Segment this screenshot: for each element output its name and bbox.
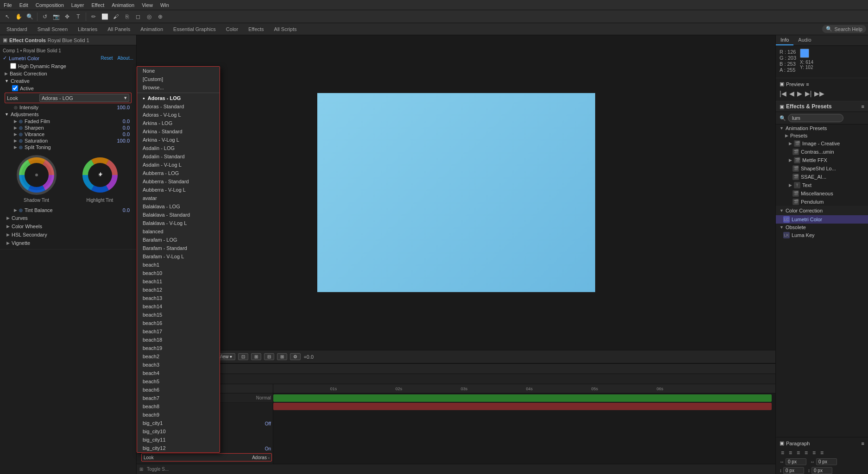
tab-libraries[interactable]: Libraries <box>73 25 102 33</box>
dropdown-adoras-std[interactable]: Adoras - Standard <box>137 102 220 111</box>
indent-right-input[interactable] <box>816 458 837 465</box>
about-btn[interactable]: About... <box>118 56 133 61</box>
tab-effects[interactable]: Effects <box>244 25 268 33</box>
settings-btn[interactable]: ⚙ <box>290 353 301 360</box>
dropdown-beach17[interactable]: beach17 <box>137 327 220 336</box>
dropdown-big-city12[interactable]: big_city12 <box>137 444 220 452</box>
preview-menu[interactable]: ≡ <box>806 81 809 87</box>
sharpen-value[interactable]: 0.0 <box>123 125 130 131</box>
ep-menu[interactable]: ≡ <box>862 104 864 109</box>
tab-animation[interactable]: Animation <box>136 25 168 33</box>
reset-btn[interactable]: Reset <box>101 56 113 61</box>
dropdown-arkina-vlog[interactable]: Arkina - V-Log L <box>137 136 220 144</box>
color-correction-item[interactable]: ▼ Color Correction <box>780 207 864 214</box>
eraser-tool[interactable]: ◻ <box>133 12 143 21</box>
menu-animation[interactable]: Animation <box>112 2 134 8</box>
channel-btn[interactable]: ⊞ <box>277 353 287 360</box>
intensity-value[interactable]: 100.0 <box>117 105 130 110</box>
hdr-checkbox[interactable] <box>10 63 16 69</box>
tab-small-screen[interactable]: Small Screen <box>33 25 72 33</box>
spacing-before-input[interactable] <box>783 467 804 474</box>
tab-all-panels[interactable]: All Panels <box>103 25 135 33</box>
camera-tool[interactable]: 📷 <box>51 12 61 21</box>
paint-tool[interactable]: 🖌 <box>111 12 120 21</box>
dropdown-none[interactable]: None <box>137 67 220 75</box>
safe-zones-btn[interactable]: ⊞ <box>251 353 261 360</box>
tint-balance-value[interactable]: 0.0 <box>123 207 130 213</box>
dropdown-beach15[interactable]: beach15 <box>137 311 220 319</box>
clone-tool[interactable]: ⎘ <box>122 12 132 21</box>
text-tool[interactable]: T <box>74 12 83 21</box>
dropdown-beach4[interactable]: beach4 <box>137 369 220 377</box>
effect-checkbox[interactable]: ✓ <box>3 55 7 61</box>
pendulum-item[interactable]: 🎬 Pendulum <box>776 198 868 206</box>
dropdown-balaklava-std[interactable]: Balaklava - Standard <box>137 211 220 219</box>
dropdown-browse[interactable]: Browse... <box>137 83 220 92</box>
dropdown-aubberra-vlog[interactable]: Aubberra - V-Log L <box>137 186 220 194</box>
dropdown-avatar[interactable]: avatar <box>137 194 220 202</box>
dropdown-beach16[interactable]: beach16 <box>137 319 220 327</box>
look-dropdown[interactable]: Adoras - LOG ▾ <box>39 94 129 102</box>
dropdown-barafam-log[interactable]: Barafam - LOG <box>137 236 220 244</box>
cw-header[interactable]: ▶ Color Wheels <box>6 223 130 230</box>
tab-all-scripts[interactable]: All Scripts <box>270 25 302 33</box>
shape-item[interactable]: 🎬 ShapeShd Lo... <box>776 164 868 173</box>
zoom-fit-btn[interactable]: ⊡ <box>238 353 248 360</box>
ep-search-input[interactable] <box>788 114 843 122</box>
hsl-header[interactable]: ▶ HSL Secondary <box>6 231 130 238</box>
menu-composition[interactable]: Composition <box>36 2 64 8</box>
vibrance-value[interactable]: 0.0 <box>123 131 130 137</box>
image-creative-item[interactable]: ▶ 🎬 Image - Creative <box>776 139 868 148</box>
last-frame-btn[interactable]: ▶▶ <box>814 90 824 97</box>
shadow-wheel-graphic[interactable] <box>16 154 57 196</box>
dropdown-beach1[interactable]: beach1 <box>137 261 220 269</box>
luma-key-item[interactable]: LK Luma Key <box>776 231 868 239</box>
align-right-btn[interactable]: ≡ <box>795 449 801 456</box>
search-help-box[interactable]: 🔍 Search Help <box>822 25 866 33</box>
zoom-tool[interactable]: 🔍 <box>25 12 34 21</box>
next-frame-btn[interactable]: ▶| <box>805 90 812 97</box>
dropdown-asdalin-log[interactable]: Asdalin - LOG <box>137 144 220 152</box>
align-center-btn[interactable]: ≡ <box>787 449 793 456</box>
dropdown-beach11[interactable]: beach11 <box>137 277 220 286</box>
active-checkbox[interactable] <box>12 85 18 91</box>
dropdown-beach9[interactable]: beach9 <box>137 411 220 419</box>
vignette-header[interactable]: ▶ Vignette <box>6 240 130 246</box>
faded-film-value[interactable]: 0.0 <box>123 118 130 124</box>
contras-item[interactable]: 🎬 Contras...umin <box>776 148 868 156</box>
prev-frame-btn[interactable]: ◀ <box>789 90 794 97</box>
tab-audio[interactable]: Audio <box>793 35 816 45</box>
dropdown-beach12[interactable]: beach12 <box>137 286 220 294</box>
dropdown-beach3[interactable]: beach3 <box>137 361 220 369</box>
dropdown-asdalin-std[interactable]: Asdalin - Standard <box>137 152 220 161</box>
lumetri-color-item[interactable]: LC Lumetri Color <box>776 215 868 224</box>
dropdown-beach14[interactable]: beach14 <box>137 302 220 311</box>
menu-file[interactable]: File <box>4 2 12 8</box>
tab-info[interactable]: Info <box>776 35 793 45</box>
dropdown-asdalin-vlog[interactable]: Asdalin - V-Log L <box>137 161 220 169</box>
tab-essential-graphics[interactable]: Essential Graphics <box>169 25 220 33</box>
basic-correction-section[interactable]: ▶ Basic Correction <box>3 70 133 77</box>
dropdown-barafam-vlog[interactable]: Barafam - V-Log L <box>137 252 220 261</box>
tab-color[interactable]: Color <box>221 25 243 33</box>
justify-center-btn[interactable]: ≡ <box>811 449 817 456</box>
first-frame-btn[interactable]: |◀ <box>780 90 786 97</box>
dropdown-adoras-log[interactable]: Adoras - LOG <box>137 94 220 102</box>
ssae-item[interactable]: 🎬 SSAE_AI... <box>776 173 868 181</box>
dropdown-balanced[interactable]: balanced <box>137 227 220 236</box>
creative-section-header[interactable]: ▼ Creative <box>3 77 133 85</box>
grid-overlay-btn[interactable]: ⊟ <box>264 353 274 360</box>
adjustments-section-header[interactable]: ▼ Adjustments <box>3 111 133 118</box>
dropdown-adoras-vlog[interactable]: Adoras - V-Log L <box>137 111 220 119</box>
obsolete-item[interactable]: ▼ Obsolete <box>776 224 868 231</box>
dropdown-balaklava-log[interactable]: Balaklava - LOG <box>137 202 220 211</box>
play-btn[interactable]: ▶ <box>797 90 802 97</box>
dropdown-custom[interactable]: [Custom] <box>137 75 220 83</box>
track-red[interactable] <box>273 403 772 410</box>
menu-view[interactable]: View <box>142 2 153 8</box>
indent-left-input[interactable] <box>786 458 806 465</box>
hand-tool[interactable]: ✋ <box>14 12 23 21</box>
justify-left-btn[interactable]: ≡ <box>803 449 809 456</box>
dropdown-beach13[interactable]: beach13 <box>137 294 220 302</box>
text-item[interactable]: ▶ T Text <box>776 181 868 189</box>
